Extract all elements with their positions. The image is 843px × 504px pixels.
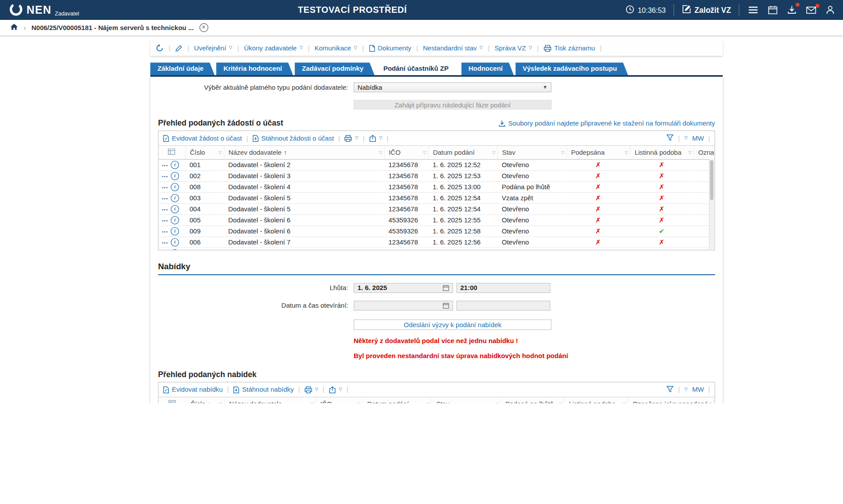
table-row[interactable]: •••i001Dodavatel - školení 2123456781. 6…	[159, 159, 714, 170]
column-header-podaná-po-lhůtě[interactable]: Podaná po lhůtě▽	[501, 397, 565, 403]
column-header-číslo[interactable]: Číslo↑▽	[186, 397, 225, 403]
row-menu-icon[interactable]: •••	[162, 174, 168, 179]
menu-ukony-zadavatele[interactable]: Úkony zadavatele▽	[244, 44, 303, 52]
row-menu-icon[interactable]: •••	[162, 229, 168, 234]
table-row[interactable]: •••i003Dodavatel - školení 5123456781. 6…	[159, 192, 714, 203]
column-header-listinná-podoba[interactable]: Listinná podoba▽	[564, 397, 628, 403]
row-menu-icon[interactable]: •••	[162, 196, 168, 201]
menu-dokumenty[interactable]: Dokumenty	[369, 44, 411, 52]
opening-time-field[interactable]	[457, 301, 551, 311]
table-row[interactable]: •••i007Dodavatel - školení 8123456781. 6…	[159, 248, 714, 250]
row-info-icon[interactable]: i	[171, 183, 179, 191]
submission-type-select[interactable]: Nabídka ▼	[354, 82, 552, 92]
profile-icon[interactable]	[825, 4, 835, 15]
session-clock[interactable]: 10:36:53	[626, 5, 666, 15]
register-offer-button[interactable]: Evidovat nabídku	[163, 386, 223, 394]
menu-nestandardni-stav[interactable]: Nestandardní stav▽	[423, 44, 483, 52]
column-header-označena-jako-nepodaná[interactable]: Označena jako nepodaná▽	[628, 397, 714, 403]
row-info-icon[interactable]: i	[171, 161, 179, 169]
row-info-icon[interactable]: i	[171, 216, 179, 225]
column-header-listinná-podoba[interactable]: Listinná podoba▽	[630, 146, 694, 159]
chevron-down-icon[interactable]: ▽	[684, 136, 688, 141]
calendar-icon[interactable]	[767, 4, 778, 15]
tab-kriteria-hodnoceni[interactable]: Kritéria hodnocení	[216, 62, 293, 75]
filter-caret-icon[interactable]: ▽	[379, 150, 382, 155]
opening-date-field[interactable]	[354, 301, 453, 311]
table-row[interactable]: •••i008Dodavatel - školení 4123456781. 6…	[159, 181, 714, 192]
print-record-button[interactable]: Tisk záznamu	[544, 44, 595, 52]
home-button[interactable]	[10, 23, 19, 32]
filter-caret-icon[interactable]: ▽	[426, 402, 430, 403]
row-menu-icon[interactable]: •••	[162, 185, 168, 190]
messages-icon[interactable]	[805, 5, 817, 15]
row-info-icon[interactable]: i	[171, 238, 179, 247]
row-menu-icon[interactable]: •••	[162, 218, 168, 223]
column-header-název-dodavatele[interactable]: Název dodavatele▽	[225, 397, 316, 403]
mw-toggle[interactable]: MW	[692, 134, 704, 142]
edit-button[interactable]	[175, 45, 182, 52]
filter-caret-icon[interactable]: ▽	[709, 402, 712, 403]
menu-komunikace[interactable]: Komunikace▽	[315, 44, 358, 52]
filter-caret-icon[interactable]: ▽	[423, 150, 427, 155]
export-grid-button[interactable]: ▽	[369, 134, 382, 141]
filter-caret-icon[interactable]: ▽	[625, 150, 628, 155]
grid-settings-icon[interactable]	[159, 397, 186, 403]
column-header-stav[interactable]: Stav▽	[497, 146, 566, 159]
deadline-time-field[interactable]: 21:00	[457, 283, 551, 293]
row-menu-icon[interactable]: •••	[162, 207, 168, 212]
filter-caret-icon[interactable]: ▽	[219, 402, 222, 403]
download-offers-button[interactable]: Stáhnout nabídky	[233, 386, 294, 394]
table-row[interactable]: •••i006Dodavatel - školení 7123456781. 6…	[159, 237, 714, 248]
column-header-označena-jako-nepodaná[interactable]: Označena jako nepodaná▽	[694, 146, 714, 159]
filter-caret-icon[interactable]: ▽	[688, 150, 692, 155]
filter-caret-icon[interactable]: ▽	[357, 402, 361, 403]
download-requests-button[interactable]: Stáhnout žádosti o účast	[252, 134, 334, 142]
table-row[interactable]: •••i002Dodavatel - školení 3123456781. 6…	[159, 170, 714, 181]
send-invitation-button[interactable]: Odeslání výzvy k podání nabídek	[354, 320, 552, 330]
table-row[interactable]: •••i005Dodavatel - školení 6453593261. 6…	[159, 214, 714, 225]
table-row[interactable]: •••i004Dodavatel - školení 5123456781. 6…	[159, 203, 714, 214]
start-next-phase-button[interactable]: Zahájit přípravu následující fáze podání	[354, 100, 552, 109]
print-grid-button[interactable]: ▽	[304, 386, 318, 393]
column-header-stav[interactable]: Stav▽	[431, 397, 500, 403]
grid-settings-icon[interactable]	[159, 146, 185, 159]
vertical-scrollbar[interactable]	[709, 159, 715, 249]
filter-caret-icon[interactable]: ▽	[559, 402, 562, 403]
column-header-ičo[interactable]: IČO▽	[384, 146, 428, 159]
row-info-icon[interactable]: i	[171, 249, 179, 250]
tab-podani-ucastniku-zp[interactable]: Podání účastníků ZP	[376, 62, 460, 75]
filter-caret-icon[interactable]: ▽	[492, 150, 496, 155]
menu-sprava-vz[interactable]: Správa VZ▽	[495, 44, 532, 52]
history-button[interactable]	[156, 44, 164, 52]
filter-caret-icon[interactable]: ▽	[495, 402, 499, 403]
create-vz-button[interactable]: Založit VZ	[682, 4, 731, 15]
scrollbar-thumb[interactable]	[710, 160, 713, 200]
menu-icon[interactable]	[747, 5, 759, 15]
print-grid-button[interactable]: ▽	[344, 134, 358, 141]
row-info-icon[interactable]: i	[171, 205, 179, 214]
filter-caret-icon[interactable]: ▽	[709, 150, 713, 155]
filter-button[interactable]	[667, 134, 674, 142]
row-info-icon[interactable]: i	[171, 172, 179, 180]
calendar-icon[interactable]	[442, 285, 449, 291]
column-header-název-dodavatele[interactable]: Název dodavatele↑▽	[224, 146, 384, 159]
column-header-ičo[interactable]: IČO▽	[316, 397, 362, 403]
column-header-číslo[interactable]: Číslo▽	[185, 146, 224, 159]
register-request-button[interactable]: Evidovat žádost o účast	[163, 134, 242, 142]
mw-toggle[interactable]: MW	[692, 386, 704, 394]
downloads-icon[interactable]	[786, 4, 797, 15]
row-menu-icon[interactable]: •••	[162, 241, 168, 245]
breadcrumb-item[interactable]: N006/25/V00005181 - Nájem serverů s tech…	[31, 24, 194, 32]
submission-files-link[interactable]: Soubory podání najdete připravené ke sta…	[498, 119, 715, 127]
filter-button[interactable]	[667, 386, 674, 394]
calendar-icon[interactable]	[442, 302, 449, 309]
column-header-datum-podání[interactable]: Datum podání▽	[428, 146, 497, 159]
deadline-date-field[interactable]: 1. 6. 2025	[354, 283, 453, 293]
filter-caret-icon[interactable]: ▽	[310, 402, 314, 403]
tab-vysledek-zadavaciho-postupu[interactable]: Výsledek zadávacího postupu	[515, 62, 628, 75]
tab-zadavaci-podminky[interactable]: Zadávací podmínky	[295, 62, 374, 75]
app-logo[interactable]: NEN Zadavatel	[9, 2, 79, 18]
close-record-icon[interactable]: ×	[199, 23, 208, 32]
column-header-podepsána[interactable]: Podepsána▽	[566, 146, 630, 159]
row-info-icon[interactable]: i	[171, 227, 179, 236]
